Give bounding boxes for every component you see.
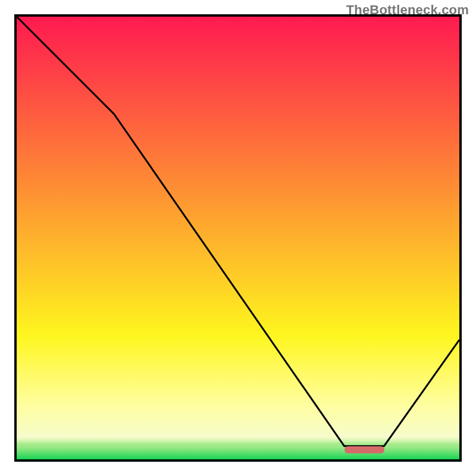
optimal-marker [345,446,384,453]
chart-container: TheBottleneck.com [0,0,476,476]
curve-svg [17,17,459,459]
bottleneck-curve [17,17,459,446]
plot-area [14,14,462,462]
watermark-text: TheBottleneck.com [346,2,469,18]
